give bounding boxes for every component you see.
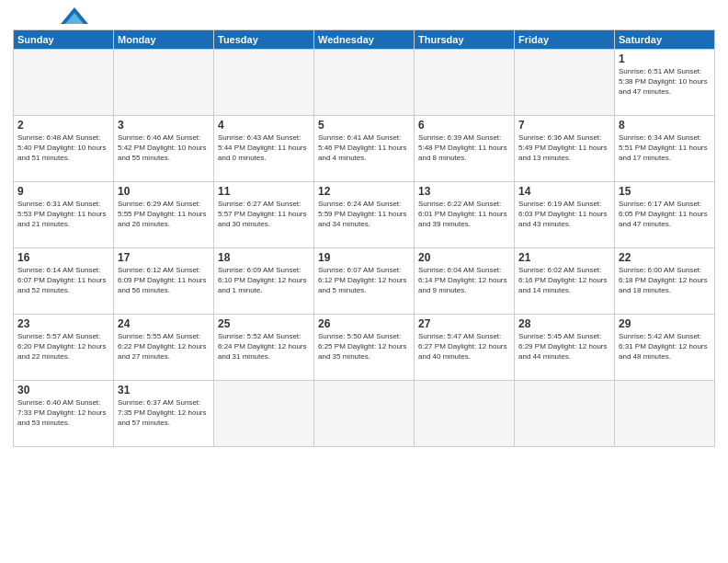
day-number: 1 bbox=[619, 52, 711, 65]
day-info: Sunrise: 6:27 AM Sunset: 5:57 PM Dayligh… bbox=[218, 199, 310, 230]
calendar-cell: 12Sunrise: 6:24 AM Sunset: 5:59 PM Dayli… bbox=[314, 182, 415, 248]
day-info: Sunrise: 6:14 AM Sunset: 6:07 PM Dayligh… bbox=[17, 265, 109, 296]
calendar-cell: 27Sunrise: 5:47 AM Sunset: 6:27 PM Dayli… bbox=[415, 315, 515, 381]
day-info: Sunrise: 6:48 AM Sunset: 5:40 PM Dayligh… bbox=[17, 132, 109, 164]
day-number: 26 bbox=[318, 317, 410, 330]
calendar-cell: 25Sunrise: 5:52 AM Sunset: 6:24 PM Dayli… bbox=[214, 315, 314, 381]
day-info: Sunrise: 6:00 AM Sunset: 6:18 PM Dayligh… bbox=[619, 265, 711, 296]
day-number: 28 bbox=[518, 317, 610, 330]
calendar-cell: 7Sunrise: 6:36 AM Sunset: 5:49 PM Daylig… bbox=[515, 116, 615, 182]
day-info: Sunrise: 6:12 AM Sunset: 6:09 PM Dayligh… bbox=[118, 265, 210, 296]
calendar-cell: 8Sunrise: 6:34 AM Sunset: 5:51 PM Daylig… bbox=[615, 116, 715, 182]
day-info: Sunrise: 5:57 AM Sunset: 6:20 PM Dayligh… bbox=[17, 331, 109, 362]
day-info: Sunrise: 6:07 AM Sunset: 6:12 PM Dayligh… bbox=[318, 265, 410, 296]
day-number: 13 bbox=[418, 185, 510, 198]
calendar-cell bbox=[314, 50, 415, 116]
day-number: 9 bbox=[17, 185, 109, 198]
calendar-cell: 24Sunrise: 5:55 AM Sunset: 6:22 PM Dayli… bbox=[114, 315, 214, 381]
day-info: Sunrise: 6:17 AM Sunset: 6:05 PM Dayligh… bbox=[619, 199, 711, 230]
calendar-cell: 9Sunrise: 6:31 AM Sunset: 5:53 PM Daylig… bbox=[14, 182, 114, 248]
calendar-cell bbox=[114, 50, 214, 116]
calendar-week-4: 16Sunrise: 6:14 AM Sunset: 6:07 PM Dayli… bbox=[14, 248, 715, 315]
page: SundayMondayTuesdayWednesdayThursdayFrid… bbox=[0, 0, 728, 563]
day-number: 18 bbox=[218, 251, 310, 264]
calendar-cell bbox=[214, 50, 314, 116]
day-info: Sunrise: 6:09 AM Sunset: 6:10 PM Dayligh… bbox=[218, 265, 310, 296]
day-number: 16 bbox=[17, 251, 109, 264]
calendar-week-2: 2Sunrise: 6:48 AM Sunset: 5:40 PM Daylig… bbox=[14, 116, 715, 182]
calendar-cell: 14Sunrise: 6:19 AM Sunset: 6:03 PM Dayli… bbox=[515, 182, 615, 248]
day-number: 19 bbox=[318, 251, 410, 264]
calendar-cell: 2Sunrise: 6:48 AM Sunset: 5:40 PM Daylig… bbox=[14, 116, 114, 182]
day-number: 4 bbox=[218, 119, 310, 132]
calendar-cell: 13Sunrise: 6:22 AM Sunset: 6:01 PM Dayli… bbox=[415, 182, 515, 248]
day-info: Sunrise: 6:40 AM Sunset: 7:33 PM Dayligh… bbox=[17, 397, 109, 429]
day-info: Sunrise: 5:45 AM Sunset: 6:29 PM Dayligh… bbox=[518, 331, 610, 362]
calendar-header-row: SundayMondayTuesdayWednesdayThursdayFrid… bbox=[14, 30, 715, 50]
calendar-header-thursday: Thursday bbox=[415, 30, 515, 50]
calendar-cell: 1Sunrise: 6:51 AM Sunset: 5:38 PM Daylig… bbox=[615, 50, 715, 116]
calendar-cell: 23Sunrise: 5:57 AM Sunset: 6:20 PM Dayli… bbox=[14, 315, 114, 381]
day-info: Sunrise: 6:36 AM Sunset: 5:49 PM Dayligh… bbox=[518, 132, 610, 164]
day-info: Sunrise: 6:46 AM Sunset: 5:42 PM Dayligh… bbox=[118, 132, 210, 164]
calendar-week-6: 30Sunrise: 6:40 AM Sunset: 7:33 PM Dayli… bbox=[14, 381, 715, 447]
header bbox=[13, 9, 715, 24]
calendar-cell: 19Sunrise: 6:07 AM Sunset: 6:12 PM Dayli… bbox=[314, 248, 415, 315]
calendar-cell: 30Sunrise: 6:40 AM Sunset: 7:33 PM Dayli… bbox=[14, 381, 114, 447]
day-number: 10 bbox=[118, 185, 210, 198]
day-number: 5 bbox=[318, 119, 410, 132]
day-number: 17 bbox=[118, 251, 210, 264]
calendar-cell: 15Sunrise: 6:17 AM Sunset: 6:05 PM Dayli… bbox=[615, 182, 715, 248]
day-number: 8 bbox=[619, 119, 711, 132]
calendar-cell: 6Sunrise: 6:39 AM Sunset: 5:48 PM Daylig… bbox=[415, 116, 515, 182]
calendar-cell: 21Sunrise: 6:02 AM Sunset: 6:16 PM Dayli… bbox=[515, 248, 615, 315]
day-info: Sunrise: 6:39 AM Sunset: 5:48 PM Dayligh… bbox=[418, 132, 510, 164]
day-info: Sunrise: 6:51 AM Sunset: 5:38 PM Dayligh… bbox=[619, 66, 711, 98]
calendar-cell: 5Sunrise: 6:41 AM Sunset: 5:46 PM Daylig… bbox=[314, 116, 415, 182]
calendar-header-saturday: Saturday bbox=[615, 30, 715, 50]
calendar-header-sunday: Sunday bbox=[14, 30, 114, 50]
day-info: Sunrise: 5:52 AM Sunset: 6:24 PM Dayligh… bbox=[218, 331, 310, 362]
calendar-cell bbox=[515, 381, 615, 447]
day-number: 29 bbox=[619, 317, 711, 330]
calendar-cell: 26Sunrise: 5:50 AM Sunset: 6:25 PM Dayli… bbox=[314, 315, 415, 381]
day-number: 25 bbox=[218, 317, 310, 330]
calendar-cell: 11Sunrise: 6:27 AM Sunset: 5:57 PM Dayli… bbox=[214, 182, 314, 248]
day-number: 7 bbox=[518, 119, 610, 132]
day-number: 15 bbox=[619, 185, 711, 198]
day-info: Sunrise: 6:41 AM Sunset: 5:46 PM Dayligh… bbox=[318, 132, 410, 164]
calendar-header-wednesday: Wednesday bbox=[314, 30, 415, 50]
calendar-cell: 28Sunrise: 5:45 AM Sunset: 6:29 PM Dayli… bbox=[515, 315, 615, 381]
day-info: Sunrise: 6:31 AM Sunset: 5:53 PM Dayligh… bbox=[17, 199, 109, 230]
day-info: Sunrise: 5:47 AM Sunset: 6:27 PM Dayligh… bbox=[418, 331, 510, 362]
day-info: Sunrise: 6:29 AM Sunset: 5:55 PM Dayligh… bbox=[118, 199, 210, 230]
day-number: 27 bbox=[418, 317, 510, 330]
day-number: 6 bbox=[418, 119, 510, 132]
day-number: 3 bbox=[118, 119, 210, 132]
calendar-cell bbox=[515, 50, 615, 116]
calendar-cell bbox=[14, 50, 114, 116]
calendar-cell: 3Sunrise: 6:46 AM Sunset: 5:42 PM Daylig… bbox=[114, 116, 214, 182]
calendar-cell: 16Sunrise: 6:14 AM Sunset: 6:07 PM Dayli… bbox=[14, 248, 114, 315]
day-info: Sunrise: 6:22 AM Sunset: 6:01 PM Dayligh… bbox=[418, 199, 510, 230]
day-number: 31 bbox=[118, 384, 210, 396]
day-number: 14 bbox=[518, 185, 610, 198]
day-number: 11 bbox=[218, 185, 310, 198]
day-info: Sunrise: 6:24 AM Sunset: 5:59 PM Dayligh… bbox=[318, 199, 410, 230]
day-info: Sunrise: 6:04 AM Sunset: 6:14 PM Dayligh… bbox=[418, 265, 510, 296]
calendar-table: SundayMondayTuesdayWednesdayThursdayFrid… bbox=[13, 29, 715, 447]
day-info: Sunrise: 6:02 AM Sunset: 6:16 PM Dayligh… bbox=[518, 265, 610, 296]
day-number: 23 bbox=[17, 317, 109, 330]
calendar-cell bbox=[314, 381, 415, 447]
day-info: Sunrise: 6:37 AM Sunset: 7:35 PM Dayligh… bbox=[118, 397, 210, 429]
day-number: 20 bbox=[418, 251, 510, 264]
day-info: Sunrise: 6:19 AM Sunset: 6:03 PM Dayligh… bbox=[518, 199, 610, 230]
calendar-cell: 29Sunrise: 5:42 AM Sunset: 6:31 PM Dayli… bbox=[615, 315, 715, 381]
calendar-cell: 4Sunrise: 6:43 AM Sunset: 5:44 PM Daylig… bbox=[214, 116, 314, 182]
day-number: 21 bbox=[518, 251, 610, 264]
day-info: Sunrise: 5:50 AM Sunset: 6:25 PM Dayligh… bbox=[318, 331, 410, 362]
day-number: 12 bbox=[318, 185, 410, 198]
day-number: 30 bbox=[17, 384, 109, 396]
calendar-header-friday: Friday bbox=[515, 30, 615, 50]
calendar-week-1: 1Sunrise: 6:51 AM Sunset: 5:38 PM Daylig… bbox=[14, 50, 715, 116]
